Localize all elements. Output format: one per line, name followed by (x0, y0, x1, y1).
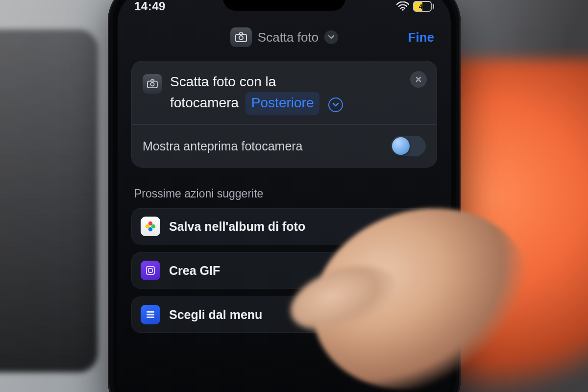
action-card: Scatta foto con la fotocamera Posteriore (131, 61, 437, 168)
action-text: Scatta foto con la fotocamera Posteriore (170, 72, 343, 115)
suggestions-heading: Prossime azioni suggerite (134, 187, 434, 200)
svg-rect-9 (147, 267, 154, 274)
screen: 14:49 49 (118, 0, 451, 392)
shortcut-title[interactable]: Scatta foto (258, 30, 318, 45)
svg-point-0 (402, 9, 404, 11)
camera-param[interactable]: Posteriore (245, 92, 320, 115)
editor-navbar: Scatta foto Fine (118, 19, 451, 56)
suggestion-choose-menu[interactable]: Scegli dal menu + (131, 296, 437, 333)
camera-app-icon (230, 27, 252, 47)
camera-icon (143, 74, 162, 94)
battery-icon: 49 (413, 1, 434, 12)
gif-icon (141, 261, 160, 280)
add-suggestion-icon[interactable]: + (417, 305, 427, 324)
wifi-icon (396, 1, 409, 11)
action-summary-row[interactable]: Scatta foto con la fotocamera Posteriore (132, 61, 437, 124)
suggestion-label: Crea GIF (169, 264, 220, 278)
photos-app-icon (141, 217, 160, 236)
svg-point-4 (150, 82, 154, 86)
suggestion-create-gif[interactable]: Crea GIF (131, 252, 437, 289)
svg-rect-13 (147, 317, 154, 318)
svg-point-6 (151, 224, 155, 228)
toggle-knob (392, 137, 410, 155)
preview-toggle-row: Mostra anteprima fotocamera (132, 125, 437, 167)
svg-rect-12 (147, 314, 154, 316)
svg-point-7 (148, 227, 152, 231)
close-icon[interactable] (410, 71, 427, 88)
svg-point-2 (239, 36, 243, 40)
action-text-line2: fotocamera (170, 95, 239, 110)
suggestion-save-photo[interactable]: Salva nell'album di foto (131, 208, 437, 245)
svg-rect-11 (147, 311, 154, 313)
preview-toggle-label: Mostra anteprima fotocamera (143, 139, 303, 153)
svg-rect-10 (148, 269, 152, 272)
svg-point-5 (148, 221, 152, 225)
done-button[interactable]: Fine (408, 30, 434, 45)
notch (223, 0, 345, 11)
phone-frame: 14:49 49 (108, 0, 461, 392)
battery-level: 49 (413, 1, 432, 12)
action-text-line1: Scatta foto con la (170, 74, 276, 89)
status-right: 49 (396, 1, 434, 12)
svg-point-8 (146, 224, 149, 228)
suggestion-label: Scegli dal menu (169, 308, 262, 322)
preview-toggle[interactable] (391, 136, 426, 156)
camera-param-value: Posteriore (251, 93, 314, 113)
menu-icon (141, 305, 160, 324)
title-dropdown[interactable] (324, 30, 338, 44)
expand-action-icon[interactable] (328, 98, 343, 112)
status-time: 14:49 (134, 0, 166, 13)
suggestion-label: Salva nell'album di foto (169, 220, 305, 234)
